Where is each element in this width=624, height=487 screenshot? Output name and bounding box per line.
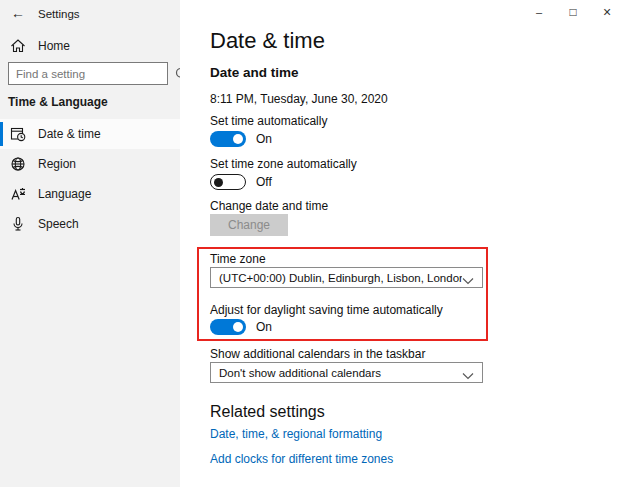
timezone-label: Time zone (210, 252, 266, 266)
sidebar-item-home[interactable]: Home (0, 33, 180, 59)
dst-toggle[interactable] (210, 319, 246, 335)
sidebar-item-label: Date & time (38, 127, 101, 141)
toggle-state-label: On (256, 320, 272, 334)
sidebar-item-label: Language (38, 187, 91, 201)
set-zone-toggle[interactable] (210, 174, 246, 190)
globe-icon (10, 156, 26, 172)
app-title: Settings (38, 8, 80, 20)
main-content: – □ × Date & time Date and time 8:11 PM,… (180, 0, 624, 487)
timezone-selected-value: (UTC+00:00) Dublin, Edinburgh, Lisbon, L… (211, 272, 462, 284)
search-input[interactable] (9, 68, 174, 80)
related-settings-heading: Related settings (210, 403, 325, 421)
sidebar-item-language[interactable]: Language (0, 179, 180, 209)
chevron-down-icon (462, 369, 474, 377)
search-box (8, 62, 168, 85)
sidebar-item-date-time[interactable]: Date & time (0, 119, 180, 149)
calendars-label: Show additional calendars in the taskbar (210, 347, 425, 361)
microphone-icon (10, 216, 26, 232)
minimize-button[interactable]: – (522, 0, 556, 24)
timezone-dropdown[interactable]: (UTC+00:00) Dublin, Edinburgh, Lisbon, L… (210, 267, 483, 288)
date-time-heading: Date and time (210, 65, 299, 80)
sidebar-item-label: Region (38, 157, 76, 171)
settings-window: ← Settings Home Time & Language (0, 0, 624, 487)
dst-label: Adjust for daylight saving time automati… (210, 303, 443, 317)
sidebar-item-region[interactable]: Region (0, 149, 180, 179)
set-zone-label: Set time zone automatically (210, 157, 357, 171)
home-icon (10, 38, 26, 54)
window-controls: – □ × (522, 0, 624, 28)
sidebar-item-speech[interactable]: Speech (0, 209, 180, 239)
add-clocks-link[interactable]: Add clocks for different time zones (210, 452, 393, 466)
sidebar-section-header: Time & Language (8, 95, 108, 109)
sidebar-item-label: Home (38, 39, 70, 53)
calendar-clock-icon (10, 126, 26, 142)
set-time-label: Set time automatically (210, 114, 327, 128)
calendars-dropdown[interactable]: Don't show additional calendars (210, 362, 483, 383)
language-icon (10, 186, 26, 202)
chevron-down-icon (462, 274, 474, 282)
dst-toggle-row: On (210, 319, 272, 335)
sidebar-nav: Date & time Region (0, 119, 180, 239)
change-date-time-label: Change date and time (210, 199, 328, 213)
titlebar: ← Settings (0, 0, 180, 28)
set-time-toggle-row: On (210, 131, 272, 147)
change-button[interactable]: Change (210, 214, 288, 236)
calendars-selected-value: Don't show additional calendars (211, 367, 462, 379)
toggle-state-label: Off (256, 175, 272, 189)
sidebar-item-label: Speech (38, 217, 79, 231)
maximize-button[interactable]: □ (556, 0, 590, 24)
set-time-toggle[interactable] (210, 131, 246, 147)
sidebar: ← Settings Home Time & Language (0, 0, 180, 487)
set-zone-toggle-row: Off (210, 174, 272, 190)
toggle-state-label: On (256, 132, 272, 146)
page-title: Date & time (210, 28, 325, 54)
regional-formatting-link[interactable]: Date, time, & regional formatting (210, 427, 382, 441)
back-button[interactable]: ← (6, 2, 30, 24)
close-button[interactable]: × (590, 0, 624, 24)
current-datetime: 8:11 PM, Tuesday, June 30, 2020 (210, 92, 388, 106)
